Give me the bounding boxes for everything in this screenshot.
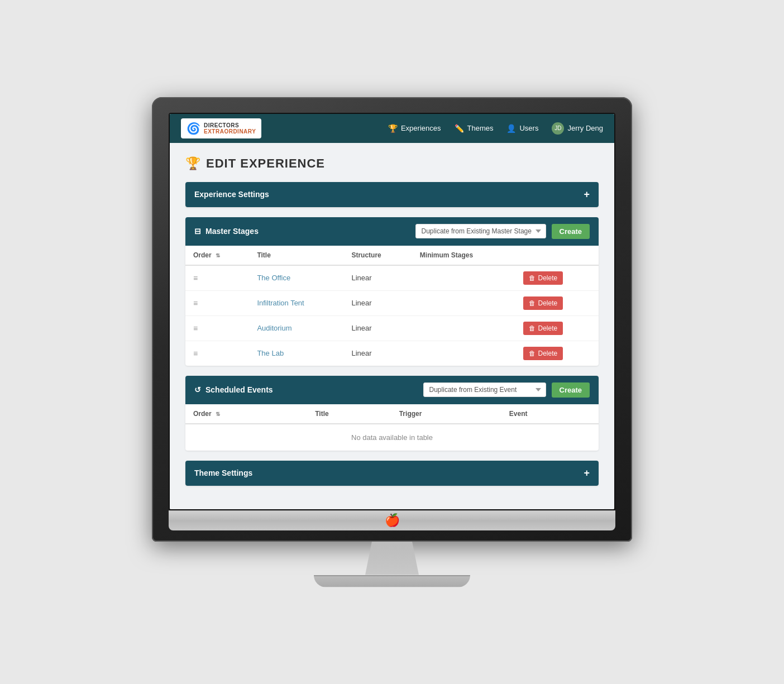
nav-experiences[interactable]: 🏆 Experiences	[388, 124, 441, 133]
scheduled-events-thead: Order ⇅ Title Trigger Event	[185, 404, 599, 424]
stage-min-stages-cell	[412, 290, 516, 315]
col-actions	[515, 246, 599, 265]
se-col-order: Order ⇅	[185, 404, 307, 424]
table-row: ≡ Infiltration Tent Linear 🗑 Delete	[185, 290, 599, 315]
logo-text-top: DIRECTORS	[204, 122, 256, 128]
drag-handle-icon[interactable]: ≡	[193, 299, 198, 308]
experience-settings-header: Experience Settings +	[185, 182, 599, 207]
stage-title-cell: The Office	[249, 265, 343, 291]
stage-min-stages-cell	[412, 341, 516, 366]
stage-title-link[interactable]: Auditorium	[257, 324, 291, 332]
stage-title-cell: Infiltration Tent	[249, 290, 343, 315]
apple-logo: 🍎	[385, 513, 400, 528]
table-row: ≡ Auditorium Linear 🗑 Delete	[185, 315, 599, 341]
stage-min-stages-cell	[412, 315, 516, 341]
master-stages-header-right: Duplicate from Existing Master Stage Cre…	[415, 224, 590, 239]
logo-text-bottom: EXTRAORDINARY	[204, 128, 256, 135]
nav-experiences-label: Experiences	[401, 124, 441, 132]
trash-icon: 🗑	[529, 324, 536, 332]
trash-icon: 🗑	[529, 350, 536, 357]
drag-handle-cell: ≡	[185, 315, 249, 341]
stage-structure-cell: Linear	[343, 290, 412, 315]
monitor-screen: 🌀 DIRECTORS EXTRAORDINARY 🏆 Experiences …	[169, 113, 615, 510]
theme-settings-card: Theme Settings +	[185, 461, 599, 486]
scheduled-events-header: ↺ Scheduled Events Duplicate from Existi…	[185, 376, 599, 404]
app-content: 🏆 EDIT EXPERIENCE Experience Settings + …	[170, 143, 614, 509]
delete-button[interactable]: 🗑 Delete	[523, 322, 563, 335]
stage-title-link[interactable]: Infiltration Tent	[257, 299, 304, 307]
no-data-row: No data available in table	[185, 424, 599, 451]
app-logo: 🌀 DIRECTORS EXTRAORDINARY	[181, 118, 261, 138]
se-sort-icon: ⇅	[216, 411, 220, 417]
trash-icon: 🗑	[529, 274, 536, 282]
experience-settings-card: Experience Settings +	[185, 182, 599, 207]
monitor-stand-base	[314, 575, 470, 587]
scheduled-events-icon: ↺	[194, 385, 201, 394]
delete-button[interactable]: 🗑 Delete	[523, 271, 563, 285]
trash-icon: 🗑	[529, 299, 536, 307]
page-title-icon: 🏆	[185, 156, 200, 171]
stage-title-link[interactable]: The Office	[257, 274, 290, 282]
table-row: ≡ The Lab Linear 🗑 Delete	[185, 341, 599, 366]
scheduled-events-duplicate-select[interactable]: Duplicate from Existing Event	[423, 382, 546, 397]
master-stages-header-left: ⊟ Master Stages	[194, 227, 259, 236]
scheduled-events-table-container: Order ⇅ Title Trigger Event	[185, 404, 599, 451]
nav-themes[interactable]: ✏️ Themes	[455, 124, 494, 133]
scheduled-events-table: Order ⇅ Title Trigger Event	[185, 404, 599, 451]
page-title: EDIT EXPERIENCE	[206, 156, 325, 171]
nav-users-label: Users	[519, 124, 538, 132]
scheduled-events-header-left: ↺ Scheduled Events	[194, 385, 273, 394]
master-stages-thead: Order ⇅ Title Structure Minimum Stages	[185, 246, 599, 265]
stage-title-cell: Auditorium	[249, 315, 343, 341]
trophy-icon: 🏆	[388, 124, 398, 133]
scheduled-events-card: ↺ Scheduled Events Duplicate from Existi…	[185, 376, 599, 451]
se-col-event: Event	[501, 404, 599, 424]
master-stages-card: ⊟ Master Stages Duplicate from Existing …	[185, 217, 599, 366]
pencil-icon: ✏️	[455, 124, 464, 133]
se-col-title: Title	[307, 404, 391, 424]
logo-icon: 🌀	[187, 122, 200, 135]
scheduled-events-header-row: Order ⇅ Title Trigger Event	[185, 404, 599, 424]
theme-settings-header: Theme Settings +	[185, 461, 599, 486]
nav-items: 🏆 Experiences ✏️ Themes 👤 Users JD Jerry…	[388, 122, 603, 135]
experience-settings-expand[interactable]: +	[584, 189, 590, 200]
drag-handle-cell: ≡	[185, 290, 249, 315]
stage-structure-cell: Linear	[343, 265, 412, 291]
nav-user[interactable]: JD Jerry Deng	[552, 122, 603, 135]
table-row: ≡ The Office Linear 🗑 Delete	[185, 265, 599, 291]
experience-settings-title: Experience Settings	[194, 190, 269, 199]
stage-actions-cell: 🗑 Delete	[515, 315, 599, 341]
stage-title-link[interactable]: The Lab	[257, 349, 284, 357]
drag-handle-cell: ≡	[185, 265, 249, 291]
delete-button[interactable]: 🗑 Delete	[523, 347, 563, 360]
master-stages-header: ⊟ Master Stages Duplicate from Existing …	[185, 217, 599, 246]
nav-themes-label: Themes	[467, 124, 494, 132]
monitor-chin: 🍎	[169, 510, 615, 530]
drag-handle-icon[interactable]: ≡	[193, 349, 198, 358]
stage-min-stages-cell	[412, 265, 516, 291]
col-order: Order ⇅	[185, 246, 249, 265]
user-name: Jerry Deng	[567, 124, 603, 132]
drag-handle-icon[interactable]: ≡	[193, 324, 198, 333]
col-min-stages: Minimum Stages	[412, 246, 516, 265]
delete-button[interactable]: 🗑 Delete	[523, 296, 563, 310]
nav-users[interactable]: 👤 Users	[506, 124, 538, 133]
master-stages-table: Order ⇅ Title Structure Minimum Stages	[185, 246, 599, 366]
stage-structure-cell: Linear	[343, 315, 412, 341]
drag-handle-cell: ≡	[185, 341, 249, 366]
no-data-cell: No data available in table	[185, 424, 599, 451]
master-stages-duplicate-select[interactable]: Duplicate from Existing Master Stage	[415, 224, 546, 238]
master-stages-title: Master Stages	[205, 227, 259, 236]
drag-handle-icon[interactable]: ≡	[193, 274, 198, 283]
monitor: 🌀 DIRECTORS EXTRAORDINARY 🏆 Experiences …	[152, 97, 632, 587]
master-stages-header-row: Order ⇅ Title Structure Minimum Stages	[185, 246, 599, 265]
monitor-stand-neck	[358, 542, 426, 575]
col-structure: Structure	[343, 246, 412, 265]
theme-settings-expand[interactable]: +	[584, 467, 590, 479]
monitor-bezel: 🌀 DIRECTORS EXTRAORDINARY 🏆 Experiences …	[152, 97, 632, 542]
stage-actions-cell: 🗑 Delete	[515, 341, 599, 366]
master-stages-create-button[interactable]: Create	[552, 224, 590, 239]
master-stages-tbody: ≡ The Office Linear 🗑 Delete ≡	[185, 265, 599, 366]
scheduled-events-create-button[interactable]: Create	[552, 382, 590, 398]
col-title: Title	[249, 246, 343, 265]
